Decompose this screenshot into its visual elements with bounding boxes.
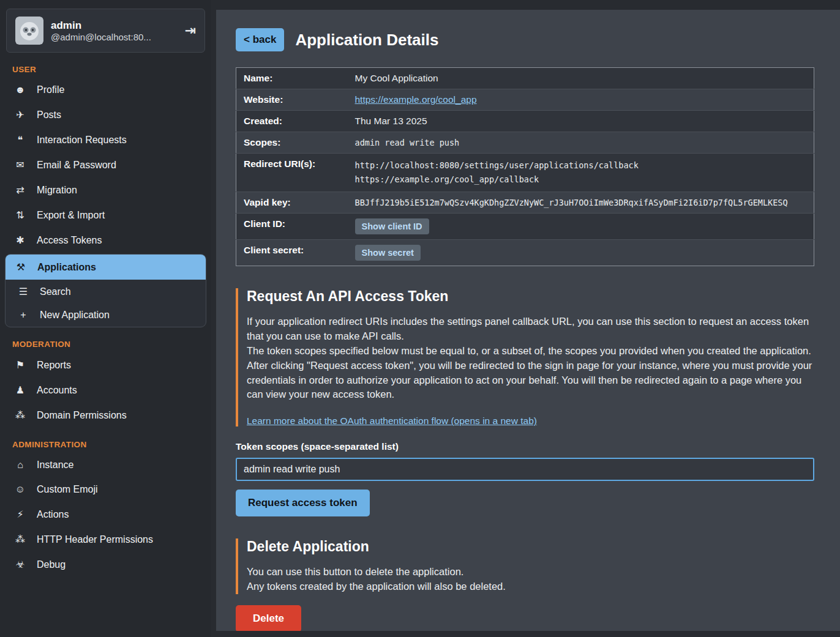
show-secret-button[interactable]: Show secret: [355, 245, 421, 261]
application-details-table: Name: My Cool Application Website: https…: [236, 67, 814, 266]
sidebar-item-label: Access Tokens: [37, 235, 102, 246]
row-label: Client ID:: [236, 213, 350, 239]
sidebar-item-label: Accounts: [37, 385, 77, 396]
applications-subnav: ☰ Search + New Application: [6, 280, 206, 327]
sidebar-item-debug[interactable]: ☣ Debug: [5, 552, 206, 577]
table-row-redirect-uris: Redirect URI(s): http://localhost:8080/s…: [236, 154, 814, 192]
redirect-uri-line: https://example.org/cool_app/callback: [355, 173, 809, 187]
sidebar-item-label: HTTP Header Permissions: [37, 534, 153, 545]
sidebar-item-label: New Application: [40, 310, 110, 321]
bug-icon: ☣: [13, 559, 27, 570]
table-row-website: Website: https://example.org/cool_app: [236, 89, 814, 111]
row-label: Created:: [236, 111, 350, 132]
sidebar-item-label: Profile: [37, 84, 64, 95]
row-label: Client secret:: [236, 239, 350, 266]
table-row-client-secret: Client secret: Show secret: [236, 239, 814, 266]
bolt-icon: ⚡: [13, 508, 27, 520]
section-title: Request An API Access Token: [247, 288, 814, 305]
sidebar-item-label: Actions: [37, 509, 69, 520]
section-paragraph: If your application redirect URIs includ…: [247, 315, 814, 344]
section-paragraph: After clicking "Request access token", y…: [247, 359, 814, 403]
arrows-icon: ⇄: [13, 184, 27, 196]
delete-application-section: Delete Application You can use this butt…: [236, 538, 814, 594]
sidebar-item-profile[interactable]: ☻ Profile: [5, 78, 206, 102]
section-heading-administration: ADMINISTRATION: [12, 440, 199, 449]
sidebar-item-applications[interactable]: ⚒ Applications: [6, 255, 206, 280]
applications-group: ⚒ Applications ☰ Search + New Applicatio…: [5, 254, 206, 327]
show-client-id-button[interactable]: Show client ID: [355, 218, 429, 234]
delete-button[interactable]: Delete: [236, 605, 301, 631]
row-label: Vapid key:: [236, 192, 350, 213]
page-title: Application Details: [295, 31, 438, 50]
paper-plane-icon: ✈: [13, 109, 27, 121]
user-meta: admin @admin@localhost:80...: [51, 20, 151, 42]
sidebar-item-new-application[interactable]: + New Application: [6, 304, 206, 327]
sidebar-item-instance[interactable]: ⌂ Instance: [5, 453, 206, 477]
row-value: BBJffJ219b5iE512m7wQSzv4KgKDhgZZVzNyWC_r…: [350, 192, 814, 213]
row-label: Redirect URI(s):: [236, 154, 350, 192]
sidebar-item-accounts[interactable]: ♟ Accounts: [5, 378, 206, 403]
main-content: < back Application Details Name: My Cool…: [216, 10, 840, 631]
plus-icon: +: [17, 310, 30, 321]
sidebar-item-label: Instance: [37, 460, 73, 471]
profile-icon: ☻: [13, 84, 27, 95]
row-label: Scopes:: [236, 132, 350, 154]
row-label: Name:: [236, 68, 350, 89]
table-row-client-id: Client ID: Show client ID: [236, 213, 814, 239]
share-nodes-icon: ⁂: [13, 534, 27, 545]
flag-icon: ⚑: [13, 359, 27, 371]
row-value: My Cool Application: [350, 68, 814, 89]
sidebar-item-label: Search: [40, 286, 71, 297]
sidebar-item-reports[interactable]: ⚑ Reports: [5, 352, 206, 378]
oauth-docs-link[interactable]: Learn more about the OAuth authenticatio…: [247, 415, 537, 427]
page-header: < back Application Details: [236, 28, 814, 51]
sidebar-item-label: Email & Password: [37, 160, 116, 171]
sidebar-item-label: Debug: [37, 559, 66, 570]
sidebar-item-label: Custom Emoji: [37, 484, 98, 495]
token-scopes-input[interactable]: [236, 458, 814, 481]
section-paragraph: Any tokens created by the application wi…: [247, 579, 814, 594]
sidebar-item-label: Interaction Requests: [37, 135, 127, 146]
row-value: Thu Mar 13 2025: [350, 111, 814, 132]
request-token-section: Request An API Access Token If your appl…: [236, 288, 814, 427]
row-value: http://localhost:8080/settings/user/appl…: [350, 154, 814, 192]
sidebar-item-migration[interactable]: ⇄ Migration: [5, 177, 206, 203]
share-nodes-icon: ⁂: [13, 409, 27, 421]
sitemap-icon: ⌂: [13, 460, 27, 471]
sidebar-item-custom-emoji[interactable]: ☺ Custom Emoji: [5, 477, 206, 502]
user-name: admin: [51, 20, 151, 32]
sidebar-item-access-tokens[interactable]: ✱ Access Tokens: [5, 228, 206, 253]
sidebar-item-label: Reports: [37, 360, 71, 371]
row-value: admin read write push: [350, 132, 814, 154]
table-row-scopes: Scopes: admin read write push: [236, 132, 814, 154]
lock-icon: ✉: [13, 159, 27, 171]
sidebar-item-applications-search[interactable]: ☰ Search: [6, 280, 206, 304]
wrench-icon: ⚒: [14, 261, 28, 273]
user-card[interactable]: admin @admin@localhost:80... ⇥: [6, 9, 205, 53]
section-heading-moderation: MODERATION: [12, 340, 199, 349]
sidebar-item-label: Migration: [37, 185, 77, 196]
save-icon: ⇅: [13, 209, 27, 221]
table-row-name: Name: My Cool Application: [236, 68, 814, 89]
sidebar-item-posts[interactable]: ✈ Posts: [5, 102, 206, 127]
sidebar-item-label: Posts: [37, 110, 61, 121]
sidebar-item-interaction-requests[interactable]: ❝ Interaction Requests: [5, 127, 206, 152]
sidebar-item-label: Export & Import: [37, 210, 105, 221]
back-button[interactable]: < back: [236, 28, 284, 51]
smiley-icon: ☺: [13, 484, 27, 495]
sidebar-item-export-import[interactable]: ⇅ Export & Import: [5, 203, 206, 228]
sidebar-item-actions[interactable]: ⚡ Actions: [5, 502, 206, 527]
users-icon: ♟: [13, 384, 27, 396]
table-row-created: Created: Thu Mar 13 2025: [236, 111, 814, 132]
sidebar-item-domain-permissions[interactable]: ⁂ Domain Permissions: [5, 403, 206, 428]
avatar: [15, 17, 43, 45]
list-icon: ☰: [17, 286, 30, 297]
sidebar-item-email-password[interactable]: ✉ Email & Password: [5, 152, 206, 177]
request-access-token-button[interactable]: Request access token: [236, 490, 370, 516]
sidebar-item-http-header-permissions[interactable]: ⁂ HTTP Header Permissions: [5, 527, 206, 552]
comment-icon: ❝: [13, 134, 27, 146]
sidebar-item-label: Domain Permissions: [37, 410, 127, 421]
logout-icon[interactable]: ⇥: [185, 23, 196, 39]
asterisk-icon: ✱: [13, 234, 27, 246]
website-link[interactable]: https://example.org/cool_app: [355, 94, 477, 105]
